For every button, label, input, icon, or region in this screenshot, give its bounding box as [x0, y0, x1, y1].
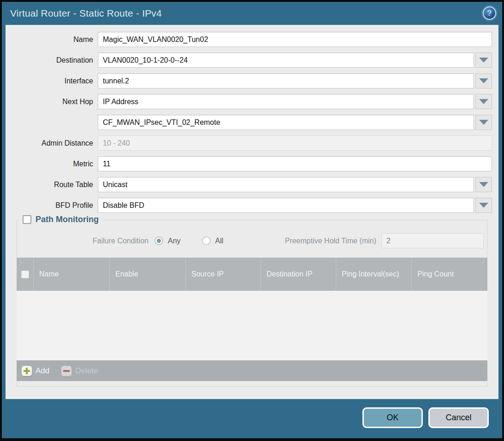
radio-dot: [204, 239, 208, 243]
metric-input[interactable]: [98, 156, 492, 171]
next-hop-address-row: [6, 115, 498, 130]
admin-distance-row: Admin Distance: [6, 135, 498, 151]
chevron-down-icon: [479, 78, 488, 83]
failure-condition-label: Failure Condition: [17, 237, 154, 245]
column-header-enable: Enable: [109, 258, 185, 291]
chevron-down-icon: [479, 58, 488, 63]
minus-icon: [61, 366, 71, 376]
ok-button[interactable]: OK: [362, 407, 423, 428]
route-table-label: Route Table: [6, 181, 98, 189]
name-row: Name: [6, 32, 498, 47]
failure-condition-all-radio[interactable]: [202, 236, 211, 245]
metric-label: Metric: [6, 160, 98, 168]
admin-distance-input[interactable]: [98, 135, 492, 151]
dialog-content: Name Destination Interface: [6, 25, 498, 399]
column-header-destination-ip: Destination IP: [261, 258, 336, 291]
failure-condition-any-radio[interactable]: [154, 236, 163, 245]
destination-label: Destination: [6, 56, 98, 65]
plus-icon: [22, 366, 32, 376]
path-monitoring-section: Path Monitoring Failure Condition Any Al…: [17, 220, 487, 387]
failure-condition-row: Failure Condition Any All Preemptive Hol…: [17, 233, 484, 248]
path-monitoring-title: Path Monitoring: [36, 215, 99, 224]
next-hop-address-input[interactable]: [98, 115, 474, 130]
radio-dot: [157, 239, 161, 243]
chevron-down-icon: [479, 182, 488, 187]
column-header-source-ip: Source IP: [185, 258, 261, 291]
destination-input[interactable]: [98, 53, 474, 68]
cancel-button[interactable]: Cancel: [428, 407, 489, 428]
delete-button[interactable]: Delete: [61, 366, 98, 376]
interface-row: Interface: [6, 73, 498, 88]
column-header-ping-interval: Ping Interval(sec): [336, 258, 411, 291]
path-monitoring-legend: Path Monitoring: [19, 215, 102, 224]
failure-condition-all-label: All: [215, 237, 224, 245]
select-all-column: [17, 258, 33, 291]
bfd-profile-input[interactable]: [98, 198, 474, 213]
admin-distance-label: Admin Distance: [6, 139, 98, 147]
name-input[interactable]: [98, 32, 492, 47]
chevron-down-icon: [479, 203, 488, 208]
interface-label: Interface: [6, 77, 98, 85]
static-route-form: Name Destination Interface: [6, 25, 498, 213]
route-table-dropdown-button[interactable]: [475, 177, 492, 192]
table-body-empty: [17, 291, 487, 360]
preemptive-hold-time-input[interactable]: [381, 233, 484, 248]
interface-dropdown-button[interactable]: [475, 73, 492, 88]
delete-button-label: Delete: [75, 366, 98, 376]
help-icon[interactable]: ?: [483, 6, 496, 20]
failure-condition-any-label: Any: [168, 237, 181, 245]
next-hop-address-dropdown-button[interactable]: [475, 115, 492, 130]
dialog-window: Virtual Router - Static Route - IPv4 ? N…: [0, 0, 504, 441]
destination-row: Destination: [6, 53, 498, 68]
add-button-label: Add: [36, 366, 49, 376]
column-header-name: Name: [33, 258, 109, 291]
title-bar: Virtual Router - Static Route - IPv4 ?: [2, 2, 502, 25]
bfd-profile-label: BFD Profile: [6, 201, 98, 210]
preemptive-hold-time-label: Preemptive Hold Time (min): [285, 237, 381, 245]
chevron-down-icon: [479, 120, 488, 125]
select-all-checkbox[interactable]: [21, 270, 29, 278]
metric-row: Metric: [6, 156, 498, 171]
bfd-profile-dropdown-button[interactable]: [475, 198, 492, 213]
column-header-ping-count: Ping Count: [411, 258, 487, 291]
route-table-input[interactable]: [98, 177, 474, 192]
destination-dropdown-button[interactable]: [475, 53, 492, 68]
path-monitoring-checkbox[interactable]: [23, 215, 31, 224]
chevron-down-icon: [479, 99, 488, 104]
table-footer-bar: Add Delete: [17, 360, 487, 381]
next-hop-row: Next Hop: [6, 94, 498, 109]
next-hop-type-input[interactable]: [98, 94, 474, 109]
table-header-row: Name Enable Source IP Destination IP Pin…: [17, 258, 487, 291]
path-monitoring-table: Name Enable Source IP Destination IP Pin…: [17, 258, 487, 381]
name-label: Name: [6, 35, 98, 44]
bfd-profile-row: BFD Profile: [6, 198, 498, 213]
next-hop-label: Next Hop: [6, 98, 98, 106]
dialog-title: Virtual Router - Static Route - IPv4: [10, 8, 162, 19]
add-button[interactable]: Add: [22, 366, 49, 376]
dialog-frame: Virtual Router - Static Route - IPv4 ? N…: [2, 2, 502, 438]
route-table-row: Route Table: [6, 177, 498, 192]
interface-input[interactable]: [98, 73, 474, 88]
next-hop-type-dropdown-button[interactable]: [475, 94, 492, 109]
